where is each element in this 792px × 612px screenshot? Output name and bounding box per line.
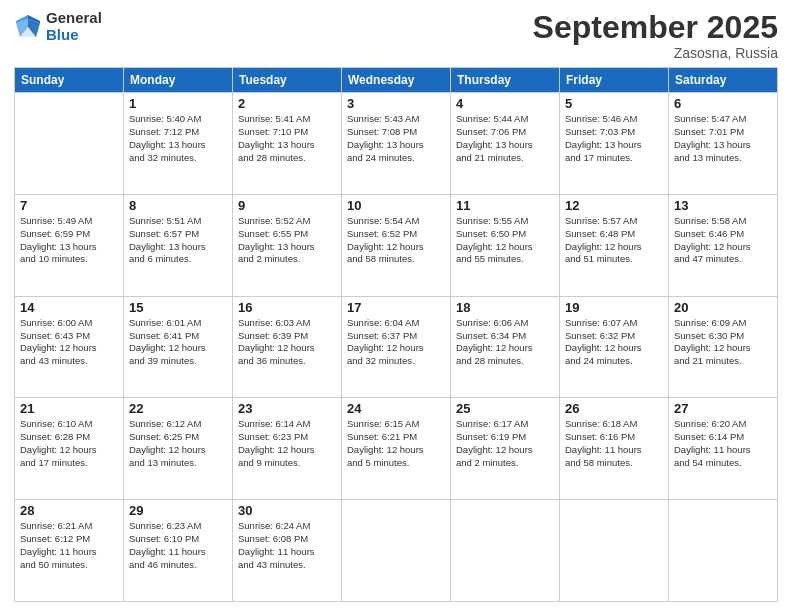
day-number: 17 — [347, 300, 445, 315]
day-info: Sunrise: 6:17 AM Sunset: 6:19 PM Dayligh… — [456, 418, 554, 469]
table-row: 18Sunrise: 6:06 AM Sunset: 6:34 PM Dayli… — [451, 296, 560, 398]
day-number: 24 — [347, 401, 445, 416]
day-number: 12 — [565, 198, 663, 213]
day-number: 15 — [129, 300, 227, 315]
table-row: 11Sunrise: 5:55 AM Sunset: 6:50 PM Dayli… — [451, 194, 560, 296]
day-number: 10 — [347, 198, 445, 213]
day-number: 4 — [456, 96, 554, 111]
day-number: 6 — [674, 96, 772, 111]
header-wednesday: Wednesday — [342, 68, 451, 93]
table-row: 6Sunrise: 5:47 AM Sunset: 7:01 PM Daylig… — [669, 93, 778, 195]
day-info: Sunrise: 6:01 AM Sunset: 6:41 PM Dayligh… — [129, 317, 227, 368]
day-info: Sunrise: 5:46 AM Sunset: 7:03 PM Dayligh… — [565, 113, 663, 164]
table-row: 13Sunrise: 5:58 AM Sunset: 6:46 PM Dayli… — [669, 194, 778, 296]
day-info: Sunrise: 5:51 AM Sunset: 6:57 PM Dayligh… — [129, 215, 227, 266]
table-row: 20Sunrise: 6:09 AM Sunset: 6:30 PM Dayli… — [669, 296, 778, 398]
table-row: 7Sunrise: 5:49 AM Sunset: 6:59 PM Daylig… — [15, 194, 124, 296]
day-info: Sunrise: 5:44 AM Sunset: 7:06 PM Dayligh… — [456, 113, 554, 164]
day-info: Sunrise: 5:55 AM Sunset: 6:50 PM Dayligh… — [456, 215, 554, 266]
header-saturday: Saturday — [669, 68, 778, 93]
table-row: 15Sunrise: 6:01 AM Sunset: 6:41 PM Dayli… — [124, 296, 233, 398]
day-number: 9 — [238, 198, 336, 213]
day-number: 1 — [129, 96, 227, 111]
logo-text: General Blue — [46, 10, 102, 43]
day-info: Sunrise: 5:41 AM Sunset: 7:10 PM Dayligh… — [238, 113, 336, 164]
header-row: Sunday Monday Tuesday Wednesday Thursday… — [15, 68, 778, 93]
day-number: 23 — [238, 401, 336, 416]
table-row: 1Sunrise: 5:40 AM Sunset: 7:12 PM Daylig… — [124, 93, 233, 195]
day-info: Sunrise: 5:57 AM Sunset: 6:48 PM Dayligh… — [565, 215, 663, 266]
calendar-table: Sunday Monday Tuesday Wednesday Thursday… — [14, 67, 778, 602]
table-row: 21Sunrise: 6:10 AM Sunset: 6:28 PM Dayli… — [15, 398, 124, 500]
day-number: 19 — [565, 300, 663, 315]
table-row: 25Sunrise: 6:17 AM Sunset: 6:19 PM Dayli… — [451, 398, 560, 500]
day-number: 27 — [674, 401, 772, 416]
header-thursday: Thursday — [451, 68, 560, 93]
day-number: 28 — [20, 503, 118, 518]
day-number: 8 — [129, 198, 227, 213]
table-row: 12Sunrise: 5:57 AM Sunset: 6:48 PM Dayli… — [560, 194, 669, 296]
day-number: 13 — [674, 198, 772, 213]
table-row: 8Sunrise: 5:51 AM Sunset: 6:57 PM Daylig… — [124, 194, 233, 296]
day-info: Sunrise: 6:09 AM Sunset: 6:30 PM Dayligh… — [674, 317, 772, 368]
table-row: 5Sunrise: 5:46 AM Sunset: 7:03 PM Daylig… — [560, 93, 669, 195]
table-row: 17Sunrise: 6:04 AM Sunset: 6:37 PM Dayli… — [342, 296, 451, 398]
table-row — [669, 500, 778, 602]
day-number: 16 — [238, 300, 336, 315]
header-friday: Friday — [560, 68, 669, 93]
logo-blue-text: Blue — [46, 27, 102, 44]
header: General Blue September 2025 Zasosna, Rus… — [14, 10, 778, 61]
day-info: Sunrise: 5:58 AM Sunset: 6:46 PM Dayligh… — [674, 215, 772, 266]
day-number: 29 — [129, 503, 227, 518]
table-row — [15, 93, 124, 195]
day-info: Sunrise: 6:21 AM Sunset: 6:12 PM Dayligh… — [20, 520, 118, 571]
day-info: Sunrise: 5:43 AM Sunset: 7:08 PM Dayligh… — [347, 113, 445, 164]
day-number: 18 — [456, 300, 554, 315]
day-info: Sunrise: 6:03 AM Sunset: 6:39 PM Dayligh… — [238, 317, 336, 368]
day-info: Sunrise: 6:12 AM Sunset: 6:25 PM Dayligh… — [129, 418, 227, 469]
day-info: Sunrise: 6:20 AM Sunset: 6:14 PM Dayligh… — [674, 418, 772, 469]
table-row: 23Sunrise: 6:14 AM Sunset: 6:23 PM Dayli… — [233, 398, 342, 500]
table-row: 10Sunrise: 5:54 AM Sunset: 6:52 PM Dayli… — [342, 194, 451, 296]
day-info: Sunrise: 5:54 AM Sunset: 6:52 PM Dayligh… — [347, 215, 445, 266]
day-info: Sunrise: 5:40 AM Sunset: 7:12 PM Dayligh… — [129, 113, 227, 164]
table-row: 4Sunrise: 5:44 AM Sunset: 7:06 PM Daylig… — [451, 93, 560, 195]
day-number: 20 — [674, 300, 772, 315]
table-row: 16Sunrise: 6:03 AM Sunset: 6:39 PM Dayli… — [233, 296, 342, 398]
day-number: 3 — [347, 96, 445, 111]
header-sunday: Sunday — [15, 68, 124, 93]
day-number: 2 — [238, 96, 336, 111]
table-row: 30Sunrise: 6:24 AM Sunset: 6:08 PM Dayli… — [233, 500, 342, 602]
day-info: Sunrise: 5:52 AM Sunset: 6:55 PM Dayligh… — [238, 215, 336, 266]
table-row: 29Sunrise: 6:23 AM Sunset: 6:10 PM Dayli… — [124, 500, 233, 602]
day-number: 21 — [20, 401, 118, 416]
day-info: Sunrise: 6:18 AM Sunset: 6:16 PM Dayligh… — [565, 418, 663, 469]
logo-icon — [14, 13, 42, 41]
day-info: Sunrise: 6:24 AM Sunset: 6:08 PM Dayligh… — [238, 520, 336, 571]
header-monday: Monday — [124, 68, 233, 93]
table-row: 9Sunrise: 5:52 AM Sunset: 6:55 PM Daylig… — [233, 194, 342, 296]
day-info: Sunrise: 6:23 AM Sunset: 6:10 PM Dayligh… — [129, 520, 227, 571]
day-info: Sunrise: 5:49 AM Sunset: 6:59 PM Dayligh… — [20, 215, 118, 266]
logo-general-text: General — [46, 10, 102, 27]
day-number: 26 — [565, 401, 663, 416]
table-row — [451, 500, 560, 602]
day-info: Sunrise: 6:15 AM Sunset: 6:21 PM Dayligh… — [347, 418, 445, 469]
table-row: 26Sunrise: 6:18 AM Sunset: 6:16 PM Dayli… — [560, 398, 669, 500]
table-row: 22Sunrise: 6:12 AM Sunset: 6:25 PM Dayli… — [124, 398, 233, 500]
table-row: 3Sunrise: 5:43 AM Sunset: 7:08 PM Daylig… — [342, 93, 451, 195]
day-info: Sunrise: 5:47 AM Sunset: 7:01 PM Dayligh… — [674, 113, 772, 164]
table-row: 24Sunrise: 6:15 AM Sunset: 6:21 PM Dayli… — [342, 398, 451, 500]
day-number: 7 — [20, 198, 118, 213]
header-tuesday: Tuesday — [233, 68, 342, 93]
day-number: 30 — [238, 503, 336, 518]
title-location: Zasosna, Russia — [533, 45, 778, 61]
title-block: September 2025 Zasosna, Russia — [533, 10, 778, 61]
day-number: 11 — [456, 198, 554, 213]
day-number: 5 — [565, 96, 663, 111]
table-row — [560, 500, 669, 602]
day-info: Sunrise: 6:06 AM Sunset: 6:34 PM Dayligh… — [456, 317, 554, 368]
day-info: Sunrise: 6:00 AM Sunset: 6:43 PM Dayligh… — [20, 317, 118, 368]
day-info: Sunrise: 6:07 AM Sunset: 6:32 PM Dayligh… — [565, 317, 663, 368]
day-info: Sunrise: 6:14 AM Sunset: 6:23 PM Dayligh… — [238, 418, 336, 469]
